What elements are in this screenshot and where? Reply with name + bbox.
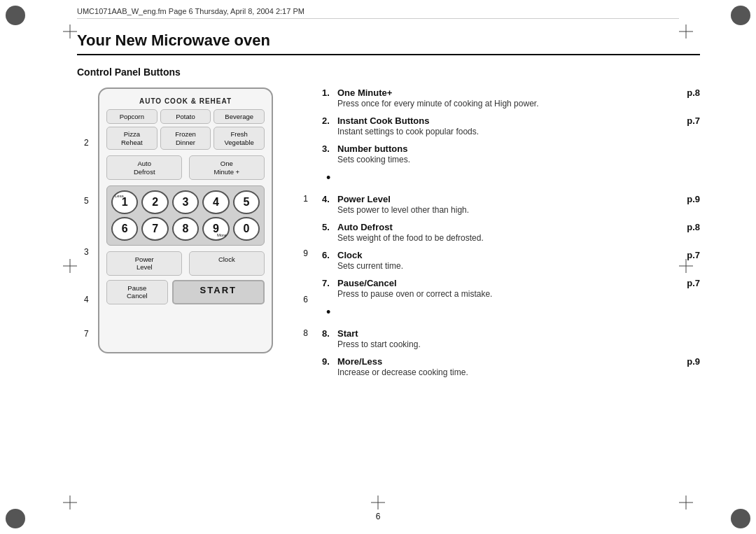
btn-power-level[interactable]: Power Level [106, 251, 182, 276]
num-btn-3[interactable]: 3 [172, 190, 199, 214]
item-row: 5. Auto Defrost p.8 [322, 222, 700, 232]
item-page: p.7 [687, 278, 700, 288]
page-number: 6 [376, 512, 381, 521]
item-title: Instant Cook Buttons [337, 115, 429, 126]
header-text: UMC1071AAB_W_eng.fm Page 6 Thursday, Apr… [77, 7, 304, 15]
corner-decoration-br [731, 509, 750, 528]
list-item: 9. More/Less p.9 Increase or decrease co… [322, 356, 700, 377]
item-number: 7. [322, 278, 335, 288]
item-number: 3. [322, 143, 335, 154]
crosshair-ml [63, 259, 77, 273]
list-item: 5. Auto Defrost p.8 Sets weight of the f… [322, 222, 700, 243]
bullet-icon: • [326, 171, 330, 184]
page-title: Your New Microwave oven [77, 31, 700, 55]
btn-pause-cancel[interactable]: Pause Cancel [106, 280, 168, 304]
header-bar: UMC1071AAB_W_eng.fm Page 6 Thursday, Apr… [77, 7, 679, 19]
two-column-layout: 2 5 3 4 7 AUTO COOK & REHEAT Popcorn Pot… [77, 87, 700, 384]
special-btn-row: Auto Defrost One Minute + [106, 155, 265, 180]
item-desc: Sets current time. [337, 261, 700, 271]
num-btn-9[interactable]: 9 More [202, 217, 229, 241]
btn-one-minute[interactable]: One Minute + [189, 155, 265, 180]
item-page: p.8 [687, 222, 700, 232]
btn-frozen-dinner[interactable]: Frozen Dinner [160, 127, 211, 150]
item-page: p.7 [687, 250, 700, 260]
list-item-bullet: • [322, 306, 700, 321]
ref-label-2: 2 [84, 138, 89, 148]
item-title: Start [337, 328, 358, 339]
crosshair-bl [63, 496, 77, 510]
item-row: 4. Power Level p.9 [322, 194, 700, 204]
ref-label-3: 3 [84, 247, 89, 257]
num-btn-0[interactable]: 0 [233, 217, 260, 241]
num-btn-1[interactable]: Less 1 [111, 190, 138, 214]
instant-cook-row2: Pizza Reheat Frozen Dinner Fresh Vegetab… [106, 127, 265, 150]
right-panel: 1. One Minute+ p.8 Press once for every … [301, 87, 700, 384]
ref-label-4: 4 [84, 295, 89, 304]
num-label-5: 5 [243, 196, 249, 209]
num-btn-8[interactable]: 8 [172, 217, 199, 241]
item-title: Auto Defrost [337, 222, 393, 232]
btn-pizza-reheat[interactable]: Pizza Reheat [106, 127, 158, 150]
item-number: 6. [322, 250, 335, 260]
num-label-4: 4 [213, 196, 219, 209]
ref-label-7: 7 [84, 329, 89, 339]
btn-clock[interactable]: Clock [189, 251, 265, 276]
item-row: 6. Clock p.7 [322, 250, 700, 260]
item-number: 8. [322, 328, 335, 339]
item-page: p.9 [687, 194, 700, 204]
item-number: 4. [322, 194, 335, 204]
item-title: Clock [337, 250, 362, 260]
btn-popcorn[interactable]: Popcorn [106, 109, 158, 124]
btn-fresh-vegetable[interactable]: Fresh Vegetable [214, 127, 265, 150]
ref-label-1: 1 [303, 194, 308, 204]
item-page: p.7 [687, 115, 700, 126]
item-desc: Press once for every minute of cooking a… [337, 99, 700, 108]
num-btn-7[interactable]: 7 [141, 217, 168, 241]
item-row: 8. Start [322, 328, 700, 339]
item-desc: Increase or decrease cooking time. [337, 367, 700, 377]
ref-label-6: 6 [303, 295, 308, 304]
list-item: 4. Power Level p.9 Sets power to level o… [322, 194, 700, 215]
num-label-0: 0 [243, 223, 249, 235]
microwave-panel: AUTO COOK & REHEAT Popcorn Potato Bevera… [98, 87, 273, 353]
num-btn-4[interactable]: 4 [202, 190, 229, 214]
list-item: 2. Instant Cook Buttons p.7 Instant sett… [322, 115, 700, 136]
left-panel: 2 5 3 4 7 AUTO COOK & REHEAT Popcorn Pot… [77, 87, 301, 384]
item-title: Number buttons [337, 143, 407, 154]
corner-decoration-tl [6, 6, 25, 25]
item-page: p.9 [687, 356, 700, 367]
list-item: 7. Pause/Cancel p.7 Press to pause oven … [322, 278, 700, 299]
pause-start-row: Pause Cancel START [106, 280, 265, 304]
list-item: 3. Number buttons Sets cooking times. [322, 143, 700, 164]
btn-beverage[interactable]: Beverage [214, 109, 265, 124]
crosshair-tl [63, 24, 77, 38]
item-row: 2. Instant Cook Buttons p.7 [322, 115, 700, 126]
instant-cook-row1: Popcorn Potato Beverage [106, 109, 265, 124]
item-desc: Sets weight of the food to be defrosted. [337, 233, 700, 243]
ref-label-8: 8 [303, 328, 308, 338]
ref-label-9: 9 [303, 248, 308, 258]
btn-start[interactable]: START [172, 280, 265, 304]
item-row: 9. More/Less p.9 [322, 356, 700, 367]
item-page: p.8 [687, 87, 700, 98]
num-btn-2[interactable]: 2 [141, 190, 168, 214]
item-desc: Sets power to level other than high. [337, 205, 700, 215]
item-number: 5. [322, 222, 335, 232]
num-btn-5[interactable]: 5 [233, 190, 260, 214]
list-item: 6. Clock p.7 Sets current time. [322, 250, 700, 271]
more-label: More [217, 233, 227, 237]
item-desc: Sets cooking times. [337, 155, 700, 164]
less-label: Less [115, 194, 124, 198]
list-item: 1. One Minute+ p.8 Press once for every … [322, 87, 700, 108]
num-btn-6[interactable]: 6 [111, 217, 138, 241]
section-heading: Control Panel Buttons [77, 66, 700, 78]
number-pad: Less 1 2 3 4 5 6 7 8 9 Mor [106, 185, 265, 246]
corner-decoration-bl [6, 509, 25, 528]
item-desc: Instant settings to cook popular foods. [337, 127, 700, 136]
item-desc: Press to start cooking. [337, 339, 700, 349]
item-desc: Press to pause oven or correct a mistake… [337, 289, 700, 299]
auto-cook-label: AUTO COOK & REHEAT [106, 97, 265, 105]
btn-auto-defrost[interactable]: Auto Defrost [106, 155, 182, 180]
num-label-7: 7 [152, 223, 158, 235]
btn-potato[interactable]: Potato [160, 109, 211, 124]
